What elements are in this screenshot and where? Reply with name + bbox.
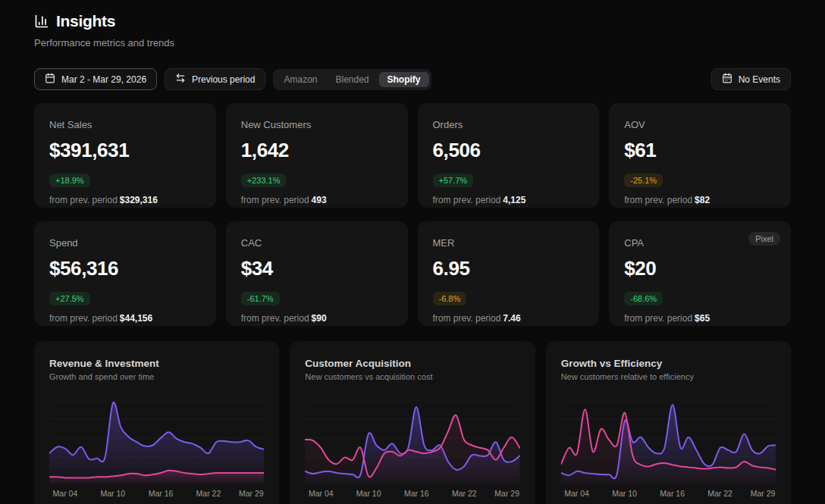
metric-prev-value: $44,156: [120, 313, 152, 324]
previous-period-label: Previous period: [192, 74, 255, 85]
x-axis-tick-label: Mar 04: [53, 489, 78, 498]
no-events-button[interactable]: No Events: [711, 68, 791, 90]
metric-prev-value: $82: [695, 195, 710, 205]
metric-prev-value: 493: [312, 195, 327, 205]
metric-prev-value: 4,125: [503, 195, 525, 205]
metric-label: CAC: [241, 237, 393, 249]
metric-change-badge: +18.9%: [49, 174, 90, 187]
metric-prev-label: from prev. period: [433, 195, 501, 205]
no-events-label: No Events: [739, 74, 780, 85]
chart-card: Growth vs Efficiency New customers relat…: [546, 341, 791, 504]
metric-prev-period: from prev. period$65: [624, 313, 776, 324]
metric-card: AOV $61 -25.1% from prev. period$82: [609, 103, 791, 208]
x-axis-tick-label: Mar 29: [239, 489, 264, 498]
metric-label: Orders: [433, 119, 585, 130]
channel-tab-shopify[interactable]: Shopify: [379, 72, 429, 87]
metric-prev-label: from prev. period: [624, 195, 692, 205]
metric-card: Pixel CPA $20 -68.6% from prev. period$6…: [609, 221, 791, 326]
x-axis-tick-label: Mar 10: [356, 489, 381, 498]
area-chart: [305, 395, 519, 484]
metric-change-badge: -68.6%: [624, 292, 663, 305]
charts-grid: Revenue & Investment Growth and spend ov…: [34, 341, 791, 504]
metric-value: $56,316: [49, 257, 201, 280]
chart-title: Revenue & Investment: [49, 358, 264, 369]
metric-change-badge: +233.1%: [241, 174, 287, 187]
channel-segmented-control: AmazonBlendedShopify: [273, 69, 431, 90]
channel-tab-amazon[interactable]: Amazon: [275, 72, 325, 87]
chart-x-axis-labels: Mar 04Mar 10Mar 16Mar 22Mar 29: [561, 489, 776, 499]
insights-page: Insights Performance metrics and trends …: [0, 0, 825, 504]
metric-card: Orders 6,506 +57.7% from prev. period4,1…: [418, 103, 600, 208]
chart-subtitle: New customers relative to efficiency: [561, 372, 776, 381]
chart-x-axis-labels: Mar 04Mar 10Mar 16Mar 22Mar 29: [49, 489, 264, 499]
area-chart: [561, 395, 776, 484]
metric-card: Net Sales $391,631 +18.9% from prev. per…: [34, 103, 216, 208]
chart-subtitle: New customers vs acquisition cost: [305, 372, 519, 381]
x-axis-tick-label: Mar 22: [452, 489, 477, 498]
metric-prev-value: $329,316: [120, 195, 158, 205]
metric-label: MER: [433, 237, 585, 249]
metric-card: New Customers 1,642 +233.1% from prev. p…: [226, 103, 408, 208]
metric-prev-period: from prev. period$44,156: [49, 313, 201, 324]
metric-label: AOV: [624, 119, 776, 130]
x-axis-tick-label: Mar 29: [751, 489, 776, 498]
metric-prev-period: from prev. period4,125: [433, 195, 585, 205]
metric-label: Spend: [49, 237, 201, 249]
date-range-label: Mar 2 - Mar 29, 2026: [61, 74, 146, 85]
metric-change-badge: +27.5%: [49, 292, 90, 305]
metric-prev-label: from prev. period: [241, 195, 309, 205]
x-axis-tick-label: Mar 04: [564, 489, 589, 498]
metric-prev-value: $65: [695, 313, 710, 324]
x-axis-tick-label: Mar 16: [404, 489, 429, 498]
metric-prev-value: $90: [312, 313, 327, 324]
metric-prev-period: from prev. period493: [241, 195, 393, 205]
metric-value: $391,631: [49, 139, 201, 162]
page-title: Insights: [56, 12, 115, 30]
metric-prev-label: from prev. period: [624, 313, 692, 324]
metric-value: $61: [624, 139, 776, 162]
chart-title: Customer Acquisition: [305, 358, 519, 369]
metric-prev-label: from prev. period: [241, 313, 309, 324]
channel-tab-blended[interactable]: Blended: [327, 72, 377, 87]
chart-title: Growth vs Efficiency: [561, 358, 776, 369]
swap-arrows-icon: [175, 73, 186, 86]
metric-card: CAC $34 -61.7% from prev. period$90: [226, 221, 408, 326]
metric-value: 1,642: [241, 139, 393, 162]
metrics-grid: Net Sales $391,631 +18.9% from prev. per…: [34, 103, 791, 326]
metric-change-badge: -6.8%: [433, 292, 467, 305]
metric-value: 6.95: [433, 257, 585, 280]
metric-label: Net Sales: [49, 119, 201, 130]
calendar-icon: [722, 73, 732, 86]
x-axis-tick-label: Mar 16: [149, 489, 174, 498]
x-axis-tick-label: Mar 10: [612, 489, 637, 498]
metric-prev-period: from prev. period$90: [241, 313, 393, 324]
date-range-button[interactable]: Mar 2 - Mar 29, 2026: [34, 68, 157, 90]
chart-card: Customer Acquisition New customers vs ac…: [290, 341, 535, 504]
x-axis-tick-label: Mar 16: [660, 489, 685, 498]
metric-prev-period: from prev. period$82: [624, 195, 776, 205]
chart-x-axis-labels: Mar 04Mar 10Mar 16Mar 22Mar 29: [305, 489, 519, 499]
metric-value: 6,506: [433, 139, 585, 162]
x-axis-tick-label: Mar 04: [309, 489, 334, 498]
metric-prev-label: from prev. period: [49, 195, 118, 205]
metric-prev-period: from prev. period7.46: [433, 313, 585, 324]
metric-change-badge: -25.1%: [624, 174, 663, 187]
x-axis-tick-label: Mar 22: [707, 489, 732, 498]
metric-card: MER 6.95 -6.8% from prev. period7.46: [418, 221, 600, 326]
previous-period-button[interactable]: Previous period: [165, 68, 265, 90]
metric-prev-value: 7.46: [503, 313, 520, 324]
toolbar: Mar 2 - Mar 29, 2026 Previous period Ama…: [34, 68, 791, 90]
chart-subtitle: Growth and spend over time: [49, 372, 264, 381]
x-axis-tick-label: Mar 22: [196, 489, 221, 498]
metric-prev-label: from prev. period: [49, 313, 118, 324]
calendar-icon: [45, 73, 55, 86]
metric-value: $34: [241, 257, 393, 280]
x-axis-tick-label: Mar 10: [101, 489, 126, 498]
page-header: Insights: [34, 12, 791, 30]
metric-label: New Customers: [241, 119, 393, 130]
metric-prev-period: from prev. period$329,316: [49, 195, 201, 205]
page-subtitle: Performance metrics and trends: [34, 37, 791, 49]
x-axis-tick-label: Mar 29: [494, 489, 519, 498]
area-chart: [49, 395, 264, 484]
metric-card: Spend $56,316 +27.5% from prev. period$4…: [34, 221, 216, 326]
